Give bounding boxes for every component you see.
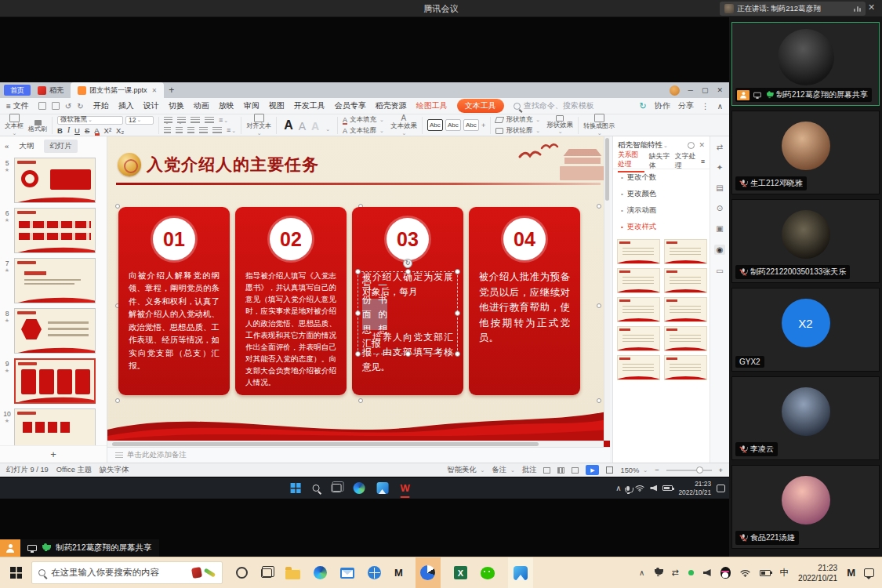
convert-diagram-button[interactable]: 转换成图示 <box>583 114 615 136</box>
wordart-presets[interactable]: A A A <box>281 118 332 132</box>
scrollbar-thumb[interactable] <box>112 442 539 446</box>
wechat-icon[interactable] <box>481 567 495 579</box>
text-box-button[interactable]: 文本框 <box>5 114 24 136</box>
style-suggestion[interactable] <box>617 297 660 322</box>
menu-transition[interactable]: 切换 <box>169 100 184 111</box>
participant-tile[interactable]: X2 GYX2 <box>731 288 880 372</box>
host-clock[interactable]: 21:23 2022/10/21 <box>798 563 837 583</box>
distribute-icon[interactable] <box>212 127 222 133</box>
style-suggestion[interactable] <box>664 297 707 322</box>
minimize-button[interactable]: ─ <box>688 86 693 94</box>
shape-outline-button[interactable]: 形状轮廓 <box>495 126 540 136</box>
tab-slides[interactable]: 幻灯片 <box>44 140 78 153</box>
mic-tray-icon[interactable] <box>626 486 630 491</box>
align-center-icon[interactable] <box>176 127 183 133</box>
style-preset-3[interactable]: Abc <box>463 119 479 131</box>
card-text[interactable]: 被介绍人批准为预备党员以后，应继续对他进行教育帮助，使他按期转为正式党员。 <box>469 268 580 347</box>
menu-member[interactable]: 会员专享 <box>335 100 366 111</box>
style-suggestion[interactable] <box>617 239 660 264</box>
sync-icon[interactable]: ↻ <box>639 101 646 111</box>
sorter-view-icon[interactable] <box>557 467 564 474</box>
collab-button[interactable]: 协作 <box>655 100 670 111</box>
menu-slideshow[interactable]: 放映 <box>219 100 234 111</box>
docer-option-color[interactable]: 更改颜色 <box>613 186 710 202</box>
strip-icon-4[interactable]: ⊙ <box>717 204 723 212</box>
excel-icon[interactable]: X <box>454 566 467 579</box>
slide-thumb-6[interactable]: 6★ <box>0 205 107 256</box>
photos-icon[interactable] <box>377 482 389 494</box>
print-icon[interactable] <box>52 102 60 110</box>
m-app-icon[interactable]: M <box>394 567 402 579</box>
slide-thumb-5[interactable]: 5★ <box>0 155 107 205</box>
strike-button[interactable]: S <box>85 126 89 135</box>
align-text-button[interactable]: 对齐文本 <box>246 114 271 136</box>
canvas-horizontal-scrollbar[interactable] <box>107 441 604 447</box>
docer-option-count[interactable]: 更改个数 <box>613 169 710 186</box>
normal-view-icon[interactable] <box>543 467 550 474</box>
comments-button[interactable]: 批注 <box>522 465 537 475</box>
notification-icon[interactable] <box>717 485 725 492</box>
tab-close-icon[interactable]: ✕ <box>152 87 158 94</box>
zoom-slider[interactable] <box>666 470 712 471</box>
strip-icon-7[interactable]: ▭ <box>716 267 723 275</box>
canvas-vertical-scrollbar[interactable] <box>604 136 610 441</box>
participant-badge[interactable] <box>0 539 20 557</box>
zoom-out-icon[interactable]: − <box>655 466 659 474</box>
docer-option-style[interactable]: 更改样式 <box>613 219 710 235</box>
start-icon[interactable] <box>291 483 301 493</box>
slideshow-play-button[interactable]: ▶ <box>586 465 599 475</box>
shape-fill-button[interactable]: 形状填充 <box>495 115 540 125</box>
command-search[interactable]: 查找命令、搜索模板 <box>514 100 594 111</box>
battery-icon[interactable] <box>662 485 673 491</box>
style-suggestion[interactable] <box>664 268 707 293</box>
slide-thumb-8[interactable]: 8★ <box>0 306 107 356</box>
superscript-button[interactable]: X² <box>104 126 112 135</box>
strip-icon-6-active[interactable]: ◉ <box>714 245 726 255</box>
menu-draw-tools[interactable]: 绘图工具 <box>416 100 448 111</box>
style-suggestion[interactable] <box>617 326 660 351</box>
panel-close-icon[interactable]: ✕ <box>699 141 705 149</box>
status-dot-icon[interactable] <box>688 570 694 575</box>
font-size-select[interactable]: 12 <box>125 116 154 125</box>
docer-tab-more-icon[interactable]: ≡ <box>701 158 705 165</box>
task-card-1[interactable]: 01 向被介绍人解释党的纲领、章程，阐明党员的条件、义务和权利，认真了解被介绍人… <box>118 207 230 395</box>
menu-start[interactable]: 开始 <box>93 100 109 111</box>
task-view-icon[interactable] <box>261 568 272 578</box>
italic-button[interactable]: I <box>67 126 70 134</box>
task-view-icon[interactable] <box>332 484 342 492</box>
style-preset-1[interactable]: Abc <box>427 119 443 131</box>
file-explorer-icon[interactable] <box>285 569 300 579</box>
style-suggestion[interactable] <box>664 355 707 380</box>
align-left-icon[interactable] <box>164 127 171 133</box>
align-right-icon[interactable] <box>187 127 194 133</box>
participant-tile[interactable]: 李凌云 <box>731 376 880 460</box>
slide-thumb-7[interactable]: 7★ <box>0 256 107 306</box>
strip-icon-5[interactable]: ▣ <box>716 224 723 233</box>
wifi-icon[interactable] <box>740 569 750 577</box>
format-painter-button[interactable]: 格式刷 <box>28 118 47 133</box>
mail-icon[interactable] <box>340 568 354 579</box>
underline-button[interactable]: U <box>74 126 80 135</box>
style-suggestion[interactable] <box>664 326 707 351</box>
notes-bar[interactable]: 单击此处添加备注 <box>107 447 610 463</box>
shared-clock[interactable]: 21:23 2022/10/21 <box>678 480 711 496</box>
columns-icon[interactable]: ≡ <box>227 126 236 134</box>
subscript-button[interactable]: X₂ <box>116 126 124 135</box>
tray-expand-icon[interactable]: ∧ <box>639 568 644 577</box>
task-card-4[interactable]: 04 被介绍人批准为预备党员以后，应继续对他进行教育帮助，使他按期转为正式党员。 <box>469 207 580 395</box>
document-tab[interactable]: 团支书第一课.pptx ✕ <box>71 82 164 98</box>
photos-icon-active[interactable] <box>508 557 533 588</box>
menu-review[interactable]: 审阅 <box>244 100 260 111</box>
bold-button[interactable]: B <box>57 126 63 135</box>
save-icon[interactable] <box>38 102 46 110</box>
task-card-3-selected[interactable]: 03 被介绍人确定为发展对象后，每月写一份书面的思想汇报，培养人向党支部汇报，由… <box>352 207 463 395</box>
indent-decrease-icon[interactable] <box>191 117 200 123</box>
browser-icon[interactable] <box>368 566 381 579</box>
justify-icon[interactable] <box>199 127 208 133</box>
redo-icon[interactable]: ↻ <box>77 102 83 111</box>
participant-tile-sharing[interactable]: 制药212葛彦翔的屏幕共享 <box>731 22 880 106</box>
line-spacing-icon[interactable]: ≡ <box>219 116 228 124</box>
notification-icon[interactable] <box>864 568 874 577</box>
zoom-level[interactable]: 150% <box>620 466 648 474</box>
style-suggestion[interactable] <box>664 239 707 264</box>
